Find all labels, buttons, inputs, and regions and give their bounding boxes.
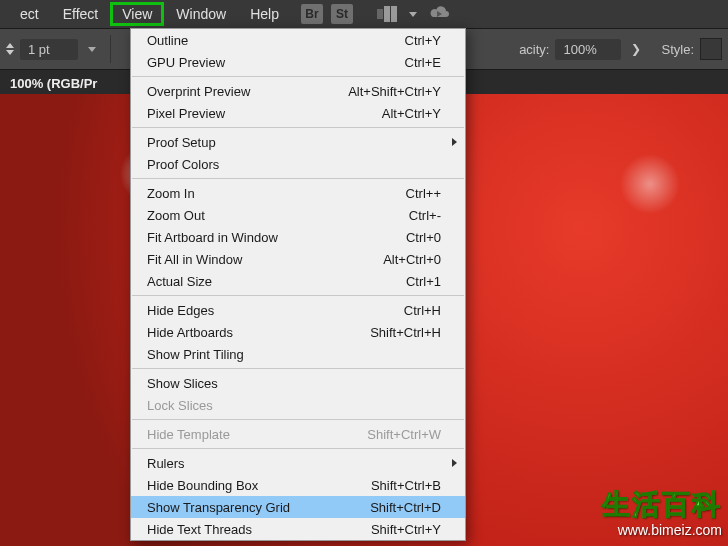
menu-item-label: Actual Size <box>147 274 406 289</box>
menu-item-shortcut: Alt+Shift+Ctrl+Y <box>348 84 441 99</box>
menu-item-label: Show Print Tiling <box>147 347 441 362</box>
menu-item-shortcut: Alt+Ctrl+Y <box>382 106 441 121</box>
menu-item-label: Hide Text Threads <box>147 522 371 537</box>
menu-item-label: Proof Colors <box>147 157 441 172</box>
menu-item-label: Show Transparency Grid <box>147 500 370 515</box>
menu-item-show-transparency-grid[interactable]: Show Transparency GridShift+Ctrl+D <box>131 496 465 518</box>
menu-item-outline[interactable]: OutlineCtrl+Y <box>131 29 465 51</box>
menu-item-hide-edges[interactable]: Hide EdgesCtrl+H <box>131 299 465 321</box>
menu-item-proof-setup[interactable]: Proof Setup <box>131 131 465 153</box>
menu-item-hide-artboards[interactable]: Hide ArtboardsShift+Ctrl+H <box>131 321 465 343</box>
menubar-icons: Br St <box>301 3 451 26</box>
menu-item-help[interactable]: Help <box>238 2 291 26</box>
submenu-arrow-icon <box>452 459 457 467</box>
sync-icon[interactable] <box>429 3 451 26</box>
opacity-field[interactable]: 100% <box>555 39 621 60</box>
menu-item-fit-artboard-in-window[interactable]: Fit Artboard in WindowCtrl+0 <box>131 226 465 248</box>
menu-item-shortcut: Ctrl++ <box>406 186 441 201</box>
menu-item-gpu-preview[interactable]: GPU PreviewCtrl+E <box>131 51 465 73</box>
menu-item-shortcut: Ctrl+1 <box>406 274 441 289</box>
menu-item-shortcut: Ctrl+H <box>404 303 441 318</box>
menu-item-label: Hide Template <box>147 427 367 442</box>
menu-item-shortcut: Shift+Ctrl+W <box>367 427 441 442</box>
menu-separator <box>132 368 464 369</box>
menu-item-show-print-tiling[interactable]: Show Print Tiling <box>131 343 465 365</box>
workspace-dropdown[interactable] <box>405 6 421 22</box>
style-label: Style: <box>661 42 694 57</box>
stroke-weight-dropdown[interactable] <box>84 41 100 57</box>
menu-item-shortcut: Ctrl+Y <box>405 33 441 48</box>
menu-separator <box>132 76 464 77</box>
stroke-weight-field[interactable]: 1 pt <box>20 39 78 60</box>
menu-separator <box>132 448 464 449</box>
stroke-stepper[interactable] <box>6 43 14 55</box>
menu-item-label: Lock Slices <box>147 398 441 413</box>
menu-item-label: Hide Edges <box>147 303 404 318</box>
menu-separator <box>132 178 464 179</box>
workspace-icon[interactable] <box>377 6 397 22</box>
menu-item-shortcut: Alt+Ctrl+0 <box>383 252 441 267</box>
menu-item-hide-bounding-box[interactable]: Hide Bounding BoxShift+Ctrl+B <box>131 474 465 496</box>
menu-item-zoom-in[interactable]: Zoom InCtrl++ <box>131 182 465 204</box>
menu-item-pixel-preview[interactable]: Pixel PreviewAlt+Ctrl+Y <box>131 102 465 124</box>
menu-item-label: Rulers <box>147 456 441 471</box>
menu-item-window[interactable]: Window <box>164 2 238 26</box>
menu-separator <box>132 419 464 420</box>
menu-item-select-partial[interactable]: ect <box>8 2 51 26</box>
toolbar-separator <box>110 35 111 63</box>
menu-item-shortcut: Ctrl+0 <box>406 230 441 245</box>
menu-item-label: Pixel Preview <box>147 106 382 121</box>
menu-item-view[interactable]: View <box>110 2 164 26</box>
menu-item-label: Show Slices <box>147 376 441 391</box>
menubar: ect Effect View Window Help Br St <box>0 0 728 29</box>
menu-item-fit-all-in-window[interactable]: Fit All in WindowAlt+Ctrl+0 <box>131 248 465 270</box>
menu-item-label: Overprint Preview <box>147 84 348 99</box>
menu-item-overprint-preview[interactable]: Overprint PreviewAlt+Shift+Ctrl+Y <box>131 80 465 102</box>
menu-item-hide-template: Hide TemplateShift+Ctrl+W <box>131 423 465 445</box>
menu-item-label: GPU Preview <box>147 55 405 70</box>
menu-item-proof-colors[interactable]: Proof Colors <box>131 153 465 175</box>
menu-item-zoom-out[interactable]: Zoom OutCtrl+- <box>131 204 465 226</box>
menu-separator <box>132 127 464 128</box>
menu-separator <box>132 295 464 296</box>
menu-item-shortcut: Ctrl+- <box>409 208 441 223</box>
menu-item-hide-text-threads[interactable]: Hide Text ThreadsShift+Ctrl+Y <box>131 518 465 540</box>
view-dropdown: OutlineCtrl+YGPU PreviewCtrl+EOverprint … <box>130 28 466 541</box>
opacity-label: acity: <box>519 42 549 57</box>
submenu-arrow-icon <box>452 138 457 146</box>
menu-item-shortcut: Shift+Ctrl+Y <box>371 522 441 537</box>
menu-item-label: Hide Bounding Box <box>147 478 371 493</box>
opacity-more[interactable]: ❯ <box>627 40 645 58</box>
menu-item-shortcut: Ctrl+E <box>405 55 441 70</box>
menu-item-show-slices[interactable]: Show Slices <box>131 372 465 394</box>
menu-item-label: Fit All in Window <box>147 252 383 267</box>
menu-item-shortcut: Shift+Ctrl+B <box>371 478 441 493</box>
menu-item-shortcut: Shift+Ctrl+H <box>370 325 441 340</box>
bridge-icon[interactable]: Br <box>301 4 323 24</box>
menu-item-actual-size[interactable]: Actual SizeCtrl+1 <box>131 270 465 292</box>
menu-item-lock-slices: Lock Slices <box>131 394 465 416</box>
menu-item-shortcut: Shift+Ctrl+D <box>370 500 441 515</box>
menu-item-label: Zoom Out <box>147 208 409 223</box>
stock-icon[interactable]: St <box>331 4 353 24</box>
style-swatch[interactable] <box>700 38 722 60</box>
menu-item-label: Proof Setup <box>147 135 441 150</box>
menu-item-effect[interactable]: Effect <box>51 2 111 26</box>
menu-item-label: Zoom In <box>147 186 406 201</box>
menu-item-label: Hide Artboards <box>147 325 370 340</box>
menu-item-label: Fit Artboard in Window <box>147 230 406 245</box>
menu-item-rulers[interactable]: Rulers <box>131 452 465 474</box>
menu-item-label: Outline <box>147 33 405 48</box>
